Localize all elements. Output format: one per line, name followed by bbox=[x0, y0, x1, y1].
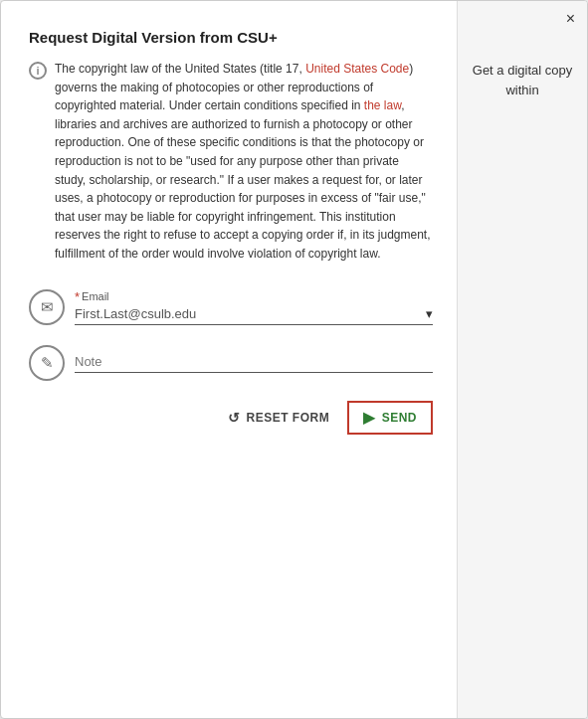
form-section: ✉ * Email ▾ ✎ bbox=[29, 289, 433, 435]
email-dropdown-arrow[interactable]: ▾ bbox=[426, 306, 433, 321]
note-icon: ✎ bbox=[29, 345, 65, 381]
email-label: * Email bbox=[75, 289, 433, 304]
reset-button[interactable]: ↺ RESET FORM bbox=[228, 410, 329, 426]
right-panel: × Get a digital copy within bbox=[458, 1, 587, 718]
sidebar-copy-text: Get a digital copy within bbox=[472, 61, 573, 99]
usc-link[interactable]: United States Code bbox=[305, 62, 409, 76]
left-panel: Request Digital Version from CSU+ i The … bbox=[1, 1, 458, 718]
button-row: ↺ RESET FORM ▶ SEND bbox=[29, 401, 433, 435]
law-link[interactable]: the law bbox=[364, 98, 401, 112]
reset-icon: ↺ bbox=[228, 410, 241, 426]
send-arrow-icon: ▶ bbox=[363, 409, 376, 427]
modal-dialog: Request Digital Version from CSU+ i The … bbox=[0, 0, 588, 719]
email-wrapper: * Email ▾ bbox=[75, 289, 433, 325]
dialog-title: Request Digital Version from CSU+ bbox=[29, 29, 433, 46]
note-field-row: ✎ bbox=[29, 345, 433, 381]
email-input[interactable] bbox=[75, 306, 426, 321]
email-input-row: ▾ bbox=[75, 306, 433, 325]
note-input[interactable] bbox=[75, 354, 433, 373]
info-icon: i bbox=[29, 62, 47, 80]
email-icon: ✉ bbox=[29, 289, 65, 325]
email-field-row: ✉ * Email ▾ bbox=[29, 289, 433, 325]
send-button[interactable]: ▶ SEND bbox=[347, 401, 433, 435]
copyright-section: i The copyright law of the United States… bbox=[29, 60, 433, 264]
note-wrapper bbox=[75, 352, 433, 373]
copyright-text: The copyright law of the United States (… bbox=[55, 60, 433, 264]
close-button[interactable]: × bbox=[566, 11, 575, 27]
required-star: * bbox=[75, 289, 80, 304]
